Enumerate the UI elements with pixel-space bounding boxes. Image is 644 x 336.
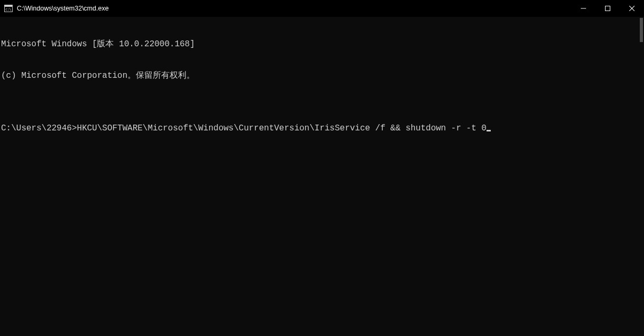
- terminal-command: HKCU\SOFTWARE\Microsoft\Windows\CurrentV…: [77, 124, 487, 133]
- terminal-area[interactable]: Microsoft Windows [版本 10.0.22000.168] (c…: [0, 17, 644, 336]
- cmd-window: C:\Windows\system32\cmd.exe Microsoft Wi…: [0, 0, 644, 336]
- window-title: C:\Windows\system32\cmd.exe: [17, 5, 108, 12]
- titlebar[interactable]: C:\Windows\system32\cmd.exe: [0, 0, 644, 17]
- close-icon: [629, 6, 635, 11]
- minimize-icon: [581, 6, 586, 11]
- close-button[interactable]: [620, 0, 644, 17]
- minimize-button[interactable]: [571, 0, 596, 17]
- svg-rect-1: [606, 6, 610, 11]
- terminal-output-line: (c) Microsoft Corporation。保留所有权利。: [1, 70, 644, 81]
- cmd-icon: [4, 5, 13, 12]
- system-menu-icon[interactable]: [0, 5, 17, 12]
- terminal-prompt: C:\Users\22946>: [1, 124, 77, 133]
- terminal-input-line: C:\Users\22946>HKCU\SOFTWARE\Microsoft\W…: [1, 123, 644, 134]
- window-controls: [571, 0, 644, 17]
- terminal-output-line: Microsoft Windows [版本 10.0.22000.168]: [1, 39, 644, 49]
- maximize-button[interactable]: [596, 0, 620, 17]
- text-cursor: [487, 130, 491, 131]
- maximize-icon: [605, 6, 610, 11]
- vertical-scrollbar-thumb[interactable]: [640, 18, 643, 42]
